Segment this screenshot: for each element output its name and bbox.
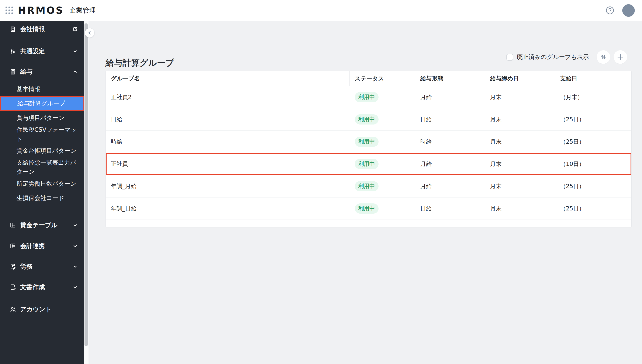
sidebar-nav: 会社情報共通設定給与基本情報給与計算グループ賞与項目パターン住民税CSVフォーマ… — [0, 21, 84, 364]
sidebar-subitem-賃金台帳項目パターン[interactable]: 賃金台帳項目パターン — [0, 144, 84, 158]
sidebar-subitem-label: 所定労働日数パターン — [17, 179, 76, 188]
cell-closing_day: 月末 — [485, 175, 555, 197]
column-header-給与締め日: 給与締め日 — [485, 71, 555, 86]
external-link-icon[interactable] — [72, 26, 78, 32]
sidebar-item-label: 会計連携 — [20, 242, 72, 250]
column-header-給与形態: 給与形態 — [415, 71, 485, 86]
sidebar-collapse-button[interactable] — [85, 28, 94, 38]
cell-name: 日給 — [106, 108, 350, 130]
sidebar-item-アカウント[interactable]: アカウント — [0, 302, 84, 317]
cell-name: 正社員 — [106, 153, 350, 175]
cell-name: 年調_月給 — [106, 175, 350, 197]
sidebar-item-給与[interactable]: 給与 — [0, 64, 84, 79]
sidebar-subitem-賞与項目パターン[interactable]: 賞与項目パターン — [0, 111, 84, 125]
product-name: 企業管理 — [69, 6, 96, 15]
sidebar-subitem-給与計算グループ[interactable]: 給与計算グループ — [0, 96, 84, 111]
table-row-正社員2[interactable]: 正社員2利用中月給月末（月末） — [106, 86, 631, 108]
status-badge: 利用中 — [355, 181, 379, 191]
show-discontinued-checkbox[interactable] — [506, 54, 513, 61]
cell-pay_type: 月給 — [415, 153, 485, 175]
sidebar-scrollbar-thumb[interactable] — [85, 23, 88, 346]
sidebar-subitem-label: 住民税CSVフォーマット — [17, 125, 81, 144]
table-row-時給[interactable]: 時給利用中時給月末（25日） — [106, 131, 631, 153]
add-group-button[interactable] — [613, 50, 627, 64]
sidebar-item-会計連携[interactable]: 会計連携 — [0, 239, 84, 253]
table-header-row: グループ名ステータス給与形態給与締め日支給日 — [106, 71, 631, 86]
hrmos-logo[interactable]: HRMOS — [18, 5, 64, 16]
sort-button[interactable] — [596, 50, 610, 64]
show-discontinued-label[interactable]: 廃止済みのグループも表示 — [517, 53, 589, 61]
cell-status: 利用中 — [350, 198, 415, 220]
sidebar-scrollbar-track[interactable] — [84, 21, 89, 364]
chevron-up-icon — [72, 69, 78, 74]
cell-closing_day: 月末 — [485, 108, 555, 130]
sidebar-subitem-基本情報[interactable]: 基本情報 — [0, 82, 84, 96]
doc-pencil-icon — [10, 284, 16, 290]
cell-status: 利用中 — [350, 175, 415, 197]
cell-pay_day: （10日） — [555, 153, 631, 175]
doc-pencil-icon — [10, 263, 16, 270]
cell-pay_day: （25日） — [555, 198, 631, 220]
cell-status: 利用中 — [350, 108, 415, 130]
column-header-ステータス: ステータス — [350, 71, 415, 86]
sidebar-item-会社情報[interactable]: 会社情報 — [0, 22, 84, 36]
cell-status: 利用中 — [350, 153, 415, 175]
sidebar-subitem-住民税CSVフォーマット[interactable]: 住民税CSVフォーマット — [0, 125, 84, 144]
table-rows-icon — [10, 243, 16, 249]
status-badge: 利用中 — [355, 204, 379, 214]
column-header-グループ名: グループ名 — [106, 71, 350, 86]
sidebar-item-label: 文書作成 — [20, 283, 72, 292]
cell-pay_type: 日給 — [415, 108, 485, 130]
cell-name: 時給 — [106, 131, 350, 153]
people-icon — [10, 306, 16, 313]
sidebar-item-労務[interactable]: 労務 — [0, 260, 84, 274]
sidebar-subitem-生損保会社コード[interactable]: 生損保会社コード — [0, 191, 84, 205]
sidebar-item-label: アカウント — [20, 305, 78, 314]
table-footer-strip — [106, 220, 631, 227]
sidebar-item-label: 会社情報 — [20, 25, 72, 33]
plus-icon — [616, 53, 624, 61]
app-grid-icon[interactable] — [6, 6, 13, 14]
status-badge: 利用中 — [355, 92, 379, 102]
table-row-正社員[interactable]: 正社員利用中月給月末（10日） — [106, 153, 631, 175]
help-circle-icon[interactable] — [605, 6, 615, 15]
sidebar-item-共通設定[interactable]: 共通設定 — [0, 44, 84, 58]
chevron-left-icon — [87, 30, 92, 36]
page-controls: 廃止済みのグループも表示 — [506, 50, 627, 64]
sliders-icon — [10, 48, 16, 55]
sidebar-subitem-所定労働日数パターン[interactable]: 所定労働日数パターン — [0, 176, 84, 191]
sidebar-item-賃金テーブル[interactable]: 賃金テーブル — [0, 218, 84, 232]
table-columns-icon — [10, 222, 16, 228]
user-avatar[interactable] — [622, 4, 635, 17]
status-badge: 利用中 — [355, 114, 379, 124]
cell-closing_day: 月末 — [485, 198, 555, 220]
cell-status: 利用中 — [350, 131, 415, 153]
sidebar-item-label: 給与 — [20, 68, 72, 76]
sidebar-item-label: 労務 — [20, 262, 72, 271]
status-badge: 利用中 — [355, 136, 379, 146]
page-title: 給与計算グループ — [106, 57, 174, 69]
cell-pay_day: （25日） — [555, 108, 631, 130]
sort-arrows-icon — [599, 53, 607, 61]
sidebar-item-label: 賃金テーブル — [20, 221, 72, 230]
cell-pay_day: （25日） — [555, 175, 631, 197]
table-row-日給[interactable]: 日給利用中日給月末（25日） — [106, 108, 631, 131]
cell-name: 正社員2 — [106, 86, 350, 108]
sidebar-item-文書作成[interactable]: 文書作成 — [0, 280, 84, 294]
cell-pay_type: 月給 — [415, 175, 485, 197]
table-row-年調_月給[interactable]: 年調_月給利用中月給月末（25日） — [106, 175, 631, 198]
chevron-down-icon — [72, 243, 78, 249]
cell-closing_day: 月末 — [485, 153, 555, 175]
building-icon — [10, 26, 16, 32]
chevron-down-icon — [72, 222, 78, 228]
table-row-年調_日給[interactable]: 年調_日給利用中日給月末（25日） — [106, 198, 631, 220]
cell-closing_day: 月末 — [485, 131, 555, 153]
calculator-icon — [10, 68, 16, 75]
cell-pay_day: （月末） — [555, 86, 631, 108]
cell-status: 利用中 — [350, 86, 415, 108]
sidebar-subitem-label: 基本情報 — [17, 84, 40, 94]
sidebar-subitem-支給控除一覧表出力パターン[interactable]: 支給控除一覧表出力パターン — [0, 158, 84, 176]
main-content: 給与計算グループ 廃止済みのグループも表示 グループ名ステータス給与形態給与締め… — [89, 21, 642, 364]
cell-pay_day: （25日） — [555, 131, 631, 153]
cell-pay_type: 月給 — [415, 86, 485, 108]
